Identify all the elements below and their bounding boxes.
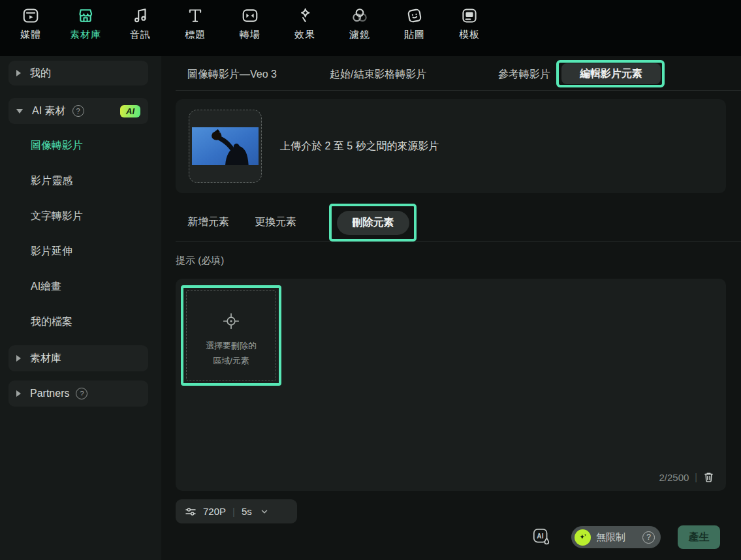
nav-stock[interactable]: 素材庫: [61, 6, 110, 41]
clear-prompt-trash-icon[interactable]: [703, 471, 714, 483]
tab-edit-video-elements[interactable]: 編輯影片元素: [561, 63, 661, 84]
sidebar-item-stock-label: 素材庫: [30, 352, 61, 366]
stock-icon: [76, 6, 95, 25]
sticker-icon: [405, 6, 424, 25]
sidebar-item-ai-painting[interactable]: AI繪畫: [31, 279, 61, 294]
prompt-label: 提示 (必填): [176, 255, 224, 267]
nav-stickers[interactable]: 貼圖: [390, 6, 439, 41]
media-icon: [21, 6, 40, 25]
sidebar-item-ai-media-label: AI 素材: [32, 104, 66, 118]
subtab-replace-element[interactable]: 更換元素: [255, 215, 296, 230]
sliders-icon: [185, 506, 197, 518]
prompt-input-area[interactable]: 選擇要刪除的 區域/元素 2/2500 |: [176, 279, 726, 491]
nav-transitions[interactable]: 轉場: [225, 6, 275, 41]
nav-transitions-label: 轉場: [240, 29, 260, 41]
filters-icon: [350, 6, 370, 25]
nav-stickers-label: 貼圖: [404, 29, 425, 41]
select-region-caption: 選擇要刪除的 區域/元素: [206, 338, 257, 368]
nav-filters-label: 濾鏡: [349, 29, 370, 41]
help-icon[interactable]: ?: [76, 388, 87, 399]
sidebar-item-partners-label: Partners: [30, 388, 69, 399]
sidebar-item-my-files[interactable]: 我的檔案: [31, 315, 72, 329]
tab-reference-video[interactable]: 參考轉影片: [498, 68, 550, 82]
subtab-add-element[interactable]: 新增元素: [187, 215, 229, 230]
video-settings-dropdown[interactable]: 720P | 5s: [176, 499, 297, 523]
audio-icon: [131, 6, 150, 25]
titles-icon: [185, 6, 205, 25]
divider: [176, 90, 741, 91]
chevron-right-icon: [16, 390, 21, 397]
ai-prompt-helper-button[interactable]: AI: [531, 526, 552, 547]
top-toolbar: 媒體 素材庫 音訊 標題 轉場: [0, 0, 741, 56]
sidebar-item-mine-label: 我的: [30, 67, 51, 80]
sidebar-item-video-inspiration[interactable]: 影片靈感: [31, 174, 72, 188]
sidebar-item-stock[interactable]: 素材庫: [8, 345, 148, 371]
app-window: 媒體 素材庫 音訊 標題 轉場: [0, 0, 741, 560]
tab-start-end-frame[interactable]: 起始/結束影格轉影片: [330, 68, 426, 82]
sidebar-item-video-extend[interactable]: 影片延伸: [31, 244, 72, 258]
count-separator: |: [695, 472, 697, 482]
sidebar: 我的 AI 素材 ? AI 圖像轉影片 影片靈感 文字轉影片 影片延伸 AI繪畫…: [0, 56, 161, 560]
upload-card: 上傳介於 2 至 5 秒之間的來源影片: [176, 99, 726, 193]
help-icon[interactable]: ?: [72, 105, 84, 117]
resolution-value: 720P: [203, 506, 226, 517]
nav-media[interactable]: 媒體: [6, 6, 55, 41]
nav-audio[interactable]: 音訊: [116, 6, 165, 41]
ai-badge: AI: [120, 105, 140, 117]
plan-unlimited-pill[interactable]: 無限制 ?: [571, 526, 661, 548]
nav-filters[interactable]: 濾鏡: [335, 6, 385, 41]
crosshair-target-icon: [222, 312, 240, 333]
sidebar-item-ai-media[interactable]: AI 素材 ? AI: [8, 98, 148, 124]
chevron-right-icon: [16, 355, 21, 362]
template-icon: [460, 6, 479, 25]
char-count-row: 2/2500 |: [659, 471, 714, 483]
upload-hint-text: 上傳介於 2 至 5 秒之間的來源影片: [280, 99, 439, 193]
nav-audio-label: 音訊: [130, 29, 151, 41]
select-region-button[interactable]: 選擇要刪除的 區域/元素: [186, 290, 276, 381]
thumbnail-image: [192, 127, 259, 165]
nav-effects[interactable]: 效果: [280, 6, 330, 41]
divider: [176, 241, 741, 242]
effects-icon: [295, 6, 315, 25]
char-count: 2/2500: [659, 472, 689, 483]
help-icon[interactable]: ?: [642, 531, 655, 544]
sparkle-credit-icon: [575, 529, 591, 546]
tab-image-to-video-veo3[interactable]: 圖像轉影片—Veo 3: [187, 68, 277, 82]
chevron-right-icon: [16, 70, 21, 76]
nav-media-label: 媒體: [20, 29, 41, 41]
nav-stock-label: 素材庫: [70, 29, 101, 41]
chevron-down-icon: [260, 507, 269, 516]
nav-effects-label: 效果: [294, 29, 315, 41]
nav-templates-label: 模板: [459, 29, 480, 41]
svg-text:AI: AI: [537, 533, 543, 540]
settings-separator: |: [232, 506, 235, 517]
sidebar-item-mine[interactable]: 我的: [8, 61, 148, 86]
chevron-down-icon: [16, 109, 23, 114]
sidebar-item-partners[interactable]: Partners ?: [8, 381, 148, 407]
transition-icon: [240, 6, 260, 25]
nav-titles-label: 標題: [185, 29, 206, 41]
subtab-delete-element[interactable]: 刪除元素: [337, 211, 409, 235]
generate-button[interactable]: 產生: [678, 525, 720, 549]
source-video-thumbnail[interactable]: [189, 110, 262, 183]
duration-value: 5s: [242, 506, 252, 517]
plan-label: 無限制: [596, 531, 637, 544]
nav-titles[interactable]: 標題: [170, 6, 220, 41]
sidebar-item-image-to-video[interactable]: 圖像轉影片: [31, 138, 83, 153]
sidebar-item-text-to-video[interactable]: 文字轉影片: [31, 209, 83, 223]
nav-templates[interactable]: 模板: [445, 6, 494, 41]
